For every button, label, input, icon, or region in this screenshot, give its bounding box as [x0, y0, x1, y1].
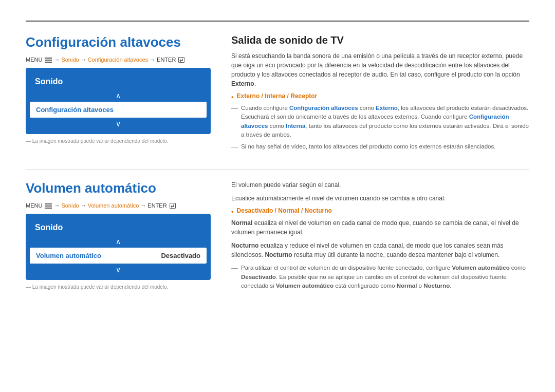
section2-note: — Para utilizar el control de volumen de…	[231, 264, 529, 290]
svg-rect-2	[45, 62, 52, 63]
enter-icon-2	[170, 203, 176, 209]
section2-left: Volumen automático MENU → Sonido → Volum…	[26, 180, 211, 293]
note-dash-2: —	[231, 143, 238, 151]
section2-p2: Ecualice automáticamente el nivel de vol…	[231, 194, 529, 203]
sonido-link-2: Sonido	[61, 202, 79, 209]
arrow1: →	[54, 57, 60, 63]
section2-p4: Nocturno ecualiza y reduce el nivel de v…	[231, 241, 529, 259]
menu-box-selected-item-2: Volumen automático Desactivado	[30, 248, 207, 264]
svg-rect-1	[45, 60, 52, 61]
section1-title: Configuración altavoces	[26, 34, 211, 50]
section2-right: El volumen puede variar según el canal. …	[231, 180, 529, 293]
section1-caption: — La imagen mostrada puede variar depend…	[26, 138, 211, 144]
config-link-2: Volumen automático	[88, 202, 139, 209]
bullet-dot-2: •	[231, 208, 234, 215]
section1-note2: — Si no hay señal de vídeo, tanto los al…	[231, 142, 529, 151]
arrow1-2: →	[54, 202, 60, 209]
enter-label: ENTER	[157, 57, 176, 63]
menu-box-selected-item-1: Configuración altavoces	[30, 102, 207, 118]
arrow2-2: →	[81, 202, 86, 209]
svg-rect-6	[45, 208, 52, 209]
menu-label-2: MENU	[26, 202, 42, 209]
note-text-2: Si no hay señal de vídeo, tanto los alta…	[241, 142, 495, 151]
section2-bullet: • Desactivado / Normal / Nocturno	[231, 207, 529, 215]
menu-box-arrow-up-2: ∧	[26, 236, 211, 247]
top-divider	[26, 21, 529, 22]
svg-rect-0	[45, 58, 52, 59]
menu-box-arrow-down-2: ∨	[26, 265, 211, 275]
menu-box-title-1: Sonido	[26, 73, 211, 90]
enter-label-2: ENTER	[147, 202, 166, 209]
svg-rect-5	[45, 206, 52, 207]
mid-divider	[26, 170, 529, 170]
svg-rect-4	[45, 203, 52, 204]
section2-caption: — La imagen mostrada puede variar depend…	[26, 284, 211, 290]
menu-label: MENU	[26, 57, 42, 63]
section2-menu-path: MENU → Sonido → Volumen automático → ENT…	[26, 202, 211, 209]
note-dash-3: —	[231, 264, 238, 272]
page: Configuración altavoces MENU → Sonido → …	[0, 0, 555, 324]
section1-paragraph: Si está escuchando la banda sonora de un…	[231, 51, 529, 88]
menu-icon-2	[45, 203, 52, 209]
bullet-text-2: Desactivado / Normal / Nocturno	[237, 207, 332, 214]
section2-p3: Normal ecualiza el nivel de volumen en c…	[231, 218, 529, 237]
note-text-3: Para utilizar el control de volumen de u…	[241, 264, 529, 290]
enter-icon	[178, 57, 184, 63]
section2: Volumen automático MENU → Sonido → Volum…	[26, 180, 529, 293]
note-dash-1: —	[231, 104, 238, 112]
bullet-text-1: Externo / Interna / Receptor	[237, 92, 318, 100]
sonido-link: Sonido	[61, 57, 79, 63]
section1-menu-path: MENU → Sonido → Configuración altavoces …	[26, 57, 211, 63]
note-text-1: Cuando configure Configuración altavoces…	[241, 104, 529, 139]
section1-menu-box: Sonido ∧ Configuración altavoces ∨	[26, 68, 211, 134]
section1-note1: — Cuando configure Configuración altavoc…	[231, 104, 529, 139]
menu-icon	[45, 58, 52, 63]
bullet-dot-1: •	[231, 93, 234, 101]
menu-box-title-2: Sonido	[26, 219, 211, 236]
arrow2: →	[81, 57, 86, 63]
arrow3: →	[150, 57, 155, 63]
section2-menu-box: Sonido ∧ Volumen automático Desactivado …	[26, 214, 211, 280]
section2-p1: El volumen puede variar según el canal.	[231, 180, 529, 190]
section1-right-title: Salida de sonido de TV	[231, 34, 529, 46]
menu-box-arrow-down-1: ∨	[26, 119, 211, 129]
config-link: Configuración altavoces	[88, 57, 148, 63]
section1-bullet: • Externo / Interna / Receptor	[231, 92, 529, 101]
arrow3-2: →	[140, 202, 146, 209]
menu-box-arrow-up-1: ∧	[26, 90, 211, 101]
section1: Configuración altavoces MENU → Sonido → …	[26, 34, 529, 154]
section1-left: Configuración altavoces MENU → Sonido → …	[26, 34, 211, 154]
section1-right: Salida de sonido de TV Si está escuchand…	[231, 34, 529, 154]
section2-title: Volumen automático	[26, 180, 211, 196]
